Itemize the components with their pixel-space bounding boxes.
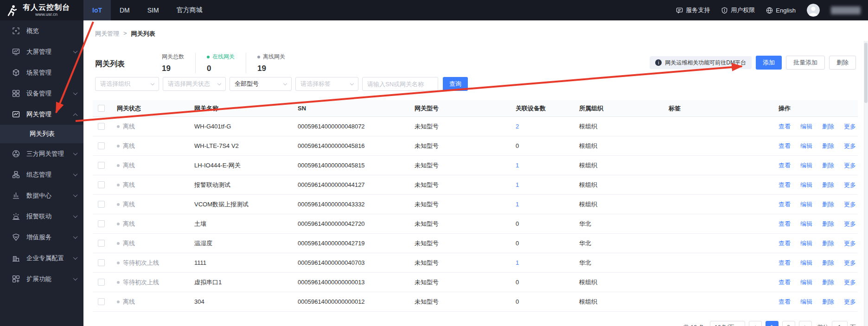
view-action-link[interactable]: 查看 (779, 200, 791, 209)
tab-sim[interactable]: SIM (139, 0, 168, 20)
topbar-link-permissions[interactable]: 用户权限 (721, 6, 755, 14)
user-avatar[interactable] (807, 4, 820, 17)
gateway-status-text: 离线 (123, 181, 135, 189)
more-action-link[interactable]: 更多 (844, 181, 856, 189)
row-checkbox[interactable] (98, 298, 105, 305)
row-checkbox[interactable] (98, 240, 105, 247)
view-action-link[interactable]: 查看 (779, 239, 791, 248)
gateway-status-select[interactable]: 请选择网关状态 (163, 77, 226, 91)
model-select[interactable]: 全部型号 (230, 77, 292, 91)
delete-action-link[interactable]: 删除 (822, 142, 834, 150)
jump-page-input[interactable] (832, 321, 848, 326)
edit-action-link[interactable]: 编辑 (800, 122, 812, 131)
row-checkbox[interactable] (98, 259, 105, 266)
select-all-checkbox[interactable] (98, 105, 105, 112)
batch-add-button[interactable]: 批量添加 (786, 56, 825, 70)
sidebar-item-gateway-list[interactable]: 网关列表 (0, 125, 83, 143)
more-action-link[interactable]: 更多 (844, 259, 856, 267)
delete-action-link[interactable]: 删除 (822, 278, 834, 287)
view-action-link[interactable]: 查看 (779, 220, 791, 228)
scrollbar[interactable] (864, 41, 868, 326)
more-action-link[interactable]: 更多 (844, 278, 856, 287)
scrollbar-thumb[interactable] (864, 43, 868, 103)
add-button[interactable]: 添加 (756, 56, 782, 70)
tab-iot[interactable]: IoT (83, 0, 111, 20)
sidebar-item-alarm[interactable]: 报警联动 (0, 206, 83, 227)
sidebar-item-scene[interactable]: 场景管理 (0, 62, 83, 83)
row-checkbox[interactable] (98, 181, 105, 188)
device-count-value[interactable]: 2 (516, 123, 519, 130)
data-center-icon (12, 192, 20, 199)
delete-action-link[interactable]: 删除 (822, 298, 834, 306)
sidebar-item-extension[interactable]: 扩展功能 (0, 268, 83, 289)
row-checkbox[interactable] (98, 123, 105, 130)
breadcrumb-item-gateway-mgmt[interactable]: 网关管理 (95, 30, 119, 38)
device-count-value[interactable]: 1 (516, 162, 519, 169)
device-count-value[interactable]: 1 (516, 259, 519, 266)
more-action-link[interactable]: 更多 (844, 142, 856, 150)
dm-platform-notice[interactable]: 网关运维相关功能可前往DM平台 (650, 56, 752, 69)
offline-dot-icon (117, 281, 120, 284)
edit-action-link[interactable]: 编辑 (800, 220, 812, 228)
edit-action-link[interactable]: 编辑 (800, 259, 812, 267)
edit-action-link[interactable]: 编辑 (800, 298, 812, 306)
edit-action-link[interactable]: 编辑 (800, 239, 812, 248)
sidebar-item-enterprise[interactable]: 企业专属配置 (0, 248, 83, 268)
more-action-link[interactable]: 更多 (844, 161, 856, 170)
more-action-link[interactable]: 更多 (844, 122, 856, 131)
device-count-value[interactable]: 1 (516, 201, 519, 208)
topbar-link-support[interactable]: 服务支持 (676, 6, 710, 14)
next-page-button[interactable] (799, 321, 812, 326)
tab-dm[interactable]: DM (111, 0, 139, 20)
row-checkbox[interactable] (98, 142, 105, 149)
sidebar-item-device[interactable]: 设备管理 (0, 83, 83, 104)
tab-mall[interactable]: 官方商城 (168, 0, 211, 20)
edit-action-link[interactable]: 编辑 (800, 200, 812, 209)
sidebar-item-overview[interactable]: 概览 (0, 20, 83, 41)
page-size-select[interactable]: 10条/页 (710, 321, 745, 326)
view-action-link[interactable]: 查看 (779, 122, 791, 131)
more-action-link[interactable]: 更多 (844, 200, 856, 209)
tag-select[interactable]: 请选择标签 (295, 77, 358, 91)
delete-action-link[interactable]: 删除 (822, 239, 834, 248)
page-button-1[interactable]: 1 (766, 321, 779, 326)
delete-action-link[interactable]: 删除 (822, 161, 834, 170)
more-action-link[interactable]: 更多 (844, 220, 856, 228)
view-action-link[interactable]: 查看 (779, 278, 791, 287)
sidebar-item-vas[interactable]: 增值服务 (0, 227, 83, 248)
sidebar-item-config[interactable]: 组态管理 (0, 164, 83, 185)
delete-button[interactable]: 删除 (829, 56, 856, 70)
edit-action-link[interactable]: 编辑 (800, 181, 812, 189)
page-button-2[interactable]: 2 (782, 321, 795, 326)
device-count-value[interactable]: 1 (516, 181, 519, 188)
delete-action-link[interactable]: 删除 (822, 122, 834, 131)
query-button[interactable]: 查询 (443, 77, 468, 91)
prev-page-button[interactable] (749, 321, 762, 326)
sn-search-input[interactable] (362, 77, 438, 91)
more-action-link[interactable]: 更多 (844, 298, 856, 306)
sidebar-item-data-center[interactable]: 数据中心 (0, 185, 83, 206)
topbar-link-language[interactable]: English (766, 7, 796, 14)
delete-action-link[interactable]: 删除 (822, 259, 834, 267)
more-action-link[interactable]: 更多 (844, 239, 856, 248)
chevron-down-icon (73, 151, 78, 155)
org-select[interactable]: 请选择组织 (95, 77, 159, 91)
view-action-link[interactable]: 查看 (779, 142, 791, 150)
edit-action-link[interactable]: 编辑 (800, 142, 812, 150)
edit-action-link[interactable]: 编辑 (800, 161, 812, 170)
view-action-link[interactable]: 查看 (779, 298, 791, 306)
row-checkbox[interactable] (98, 201, 105, 208)
view-action-link[interactable]: 查看 (779, 161, 791, 170)
sidebar-item-screen[interactable]: 大屏管理 (0, 41, 83, 62)
row-checkbox[interactable] (98, 162, 105, 169)
delete-action-link[interactable]: 删除 (822, 200, 834, 209)
row-checkbox[interactable] (98, 279, 105, 286)
delete-action-link[interactable]: 删除 (822, 181, 834, 189)
delete-action-link[interactable]: 删除 (822, 220, 834, 228)
sidebar-item-gateway[interactable]: 网关管理 (0, 104, 83, 125)
row-checkbox[interactable] (98, 220, 105, 227)
edit-action-link[interactable]: 编辑 (800, 278, 812, 287)
sidebar-item-third-gateway[interactable]: 三方网关管理 (0, 143, 83, 164)
view-action-link[interactable]: 查看 (779, 259, 791, 267)
view-action-link[interactable]: 查看 (779, 181, 791, 189)
